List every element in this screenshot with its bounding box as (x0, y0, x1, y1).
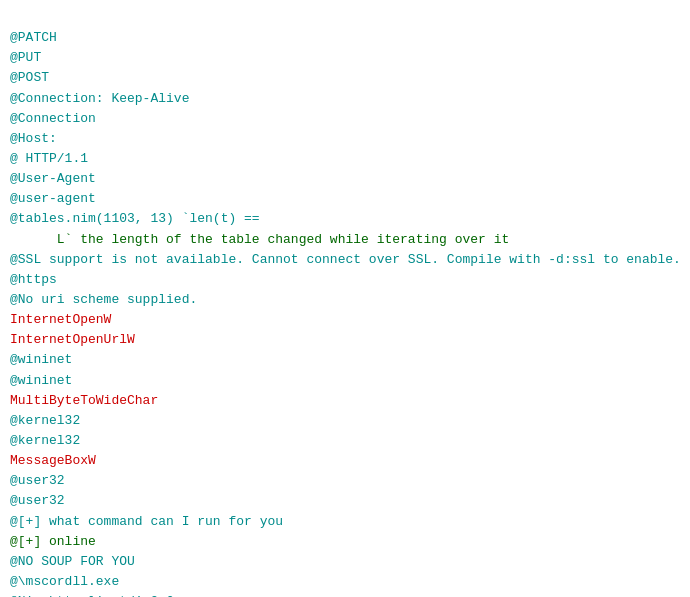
code-line: @\mscordll.exe (10, 572, 680, 592)
code-line: @ HTTP/1.1 (10, 149, 680, 169)
code-line: MultiByteToWideChar (10, 391, 680, 411)
code-line: @tables.nim(1103, 13) `len(t) == (10, 209, 680, 229)
code-line: @PUT (10, 48, 680, 68)
code-line: @Connection (10, 109, 680, 129)
code-line: @[+] what command can I run for you (10, 512, 680, 532)
code-line: @PATCH (10, 28, 680, 48)
code-line: MessageBoxW (10, 451, 680, 471)
code-line: @https (10, 270, 680, 290)
code-line: @wininet (10, 350, 680, 370)
code-line: @Nim httpclient/1.0.6 (10, 592, 680, 597)
code-line: @user-agent (10, 189, 680, 209)
code-line: @User-Agent (10, 169, 680, 189)
code-line: L` the length of the table changed while… (10, 230, 680, 250)
code-line: @No uri scheme supplied. (10, 290, 680, 310)
code-line: @NO SOUP FOR YOU (10, 552, 680, 572)
code-line: @wininet (10, 371, 680, 391)
code-line: @Connection: Keep-Alive (10, 89, 680, 109)
code-line: @kernel32 (10, 431, 680, 451)
code-line: @user32 (10, 471, 680, 491)
code-line: @POST (10, 68, 680, 88)
code-line: InternetOpenW (10, 310, 680, 330)
code-line: @SSL support is not available. Cannot co… (10, 250, 680, 270)
code-line: @Host: (10, 129, 680, 149)
code-line: @user32 (10, 491, 680, 511)
code-line: @[+] online (10, 532, 680, 552)
code-display: @PATCH@PUT@POST@Connection: Keep-Alive@C… (0, 0, 690, 597)
code-line: @kernel32 (10, 411, 680, 431)
code-line: InternetOpenUrlW (10, 330, 680, 350)
